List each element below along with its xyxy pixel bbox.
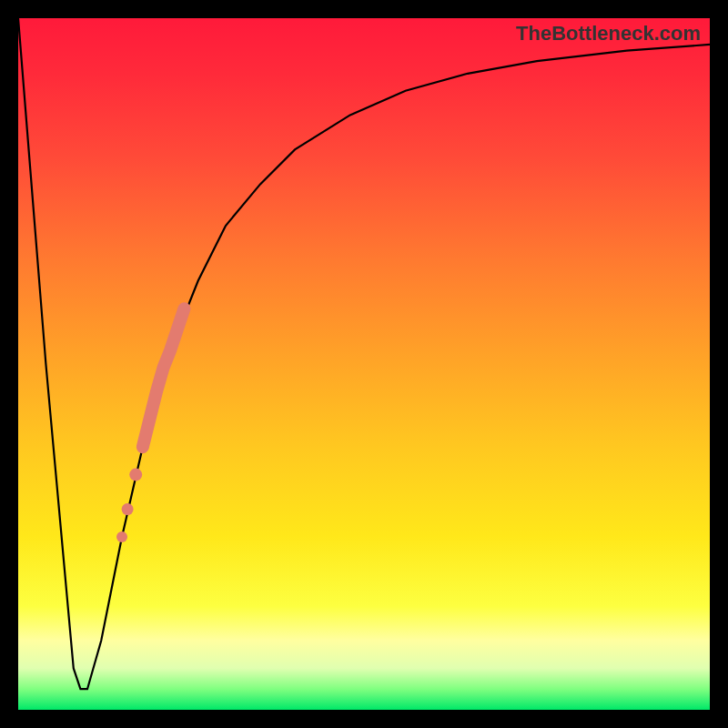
- highlight-dot: [122, 503, 134, 515]
- watermark-text: TheBottleneck.com: [516, 22, 701, 46]
- bottleneck-curve: [18, 18, 710, 689]
- chart-container: TheBottleneck.com: [0, 0, 728, 728]
- highlight-dot: [116, 531, 127, 542]
- highlight-segment: [143, 308, 185, 447]
- highlight-dot: [129, 469, 142, 481]
- plot-area: TheBottleneck.com: [18, 18, 710, 710]
- curve-svg: [18, 18, 710, 710]
- highlight-marker-group: [116, 308, 184, 542]
